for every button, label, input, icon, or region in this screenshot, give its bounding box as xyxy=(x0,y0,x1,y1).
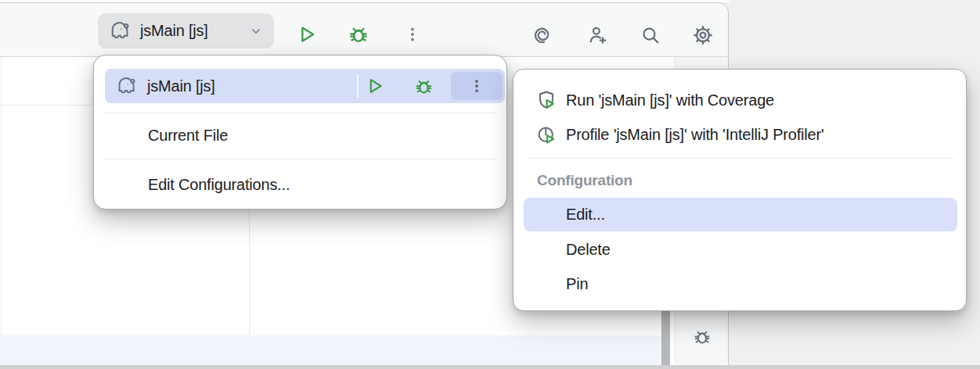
ai-assistant-button[interactable] xyxy=(530,23,555,48)
menu-item-run-with-coverage[interactable]: Run 'jsMain [js]' with Coverage xyxy=(513,83,966,117)
popup-separator xyxy=(105,159,497,159)
menu-item-edit[interactable]: Edit... xyxy=(524,198,957,231)
profiler-icon xyxy=(535,123,558,146)
debug-button[interactable] xyxy=(346,22,371,47)
table-grid-line-1 xyxy=(0,105,94,106)
kebab-menu-icon xyxy=(468,77,485,95)
settings-button[interactable] xyxy=(690,23,715,48)
menu-item-pin[interactable]: Pin xyxy=(566,268,588,299)
popup-selected-config-row[interactable]: jsMain [js] xyxy=(105,69,505,103)
row-divider xyxy=(357,74,358,98)
coverage-icon xyxy=(535,88,558,112)
menu-item-label: Edit... xyxy=(566,198,605,231)
code-with-me-button[interactable] xyxy=(585,23,611,48)
menu-item-profile[interactable]: Profile 'jsMain [js]' with 'IntelliJ Pro… xyxy=(513,117,966,152)
row-more-actions-button[interactable] xyxy=(451,72,503,100)
run-config-label: jsMain [js] xyxy=(140,22,208,40)
selected-config-label: jsMain [js] xyxy=(147,69,215,103)
vertical-scrollbar[interactable] xyxy=(661,310,670,365)
debug-toolwindow-button[interactable] xyxy=(691,326,713,348)
chevron-down-icon xyxy=(247,23,265,40)
row-debug-button[interactable] xyxy=(413,75,434,97)
debug-icon xyxy=(347,23,370,46)
run-config-selector[interactable]: jsMain [js] xyxy=(98,13,274,48)
menu-item-label: Run 'jsMain [js]' with Coverage xyxy=(566,83,774,117)
debug-bug-icon xyxy=(692,327,712,347)
search-everywhere-button[interactable] xyxy=(638,23,663,48)
run-button[interactable] xyxy=(294,22,319,47)
menu-item-label: Profile 'jsMain [js]' with 'IntelliJ Pro… xyxy=(566,117,824,152)
run-config-popup: jsMain [js] xyxy=(93,55,507,210)
section-header-configuration: Configuration xyxy=(537,167,632,195)
run-play-icon xyxy=(296,23,318,45)
submenu-separator xyxy=(527,158,954,159)
popup-separator xyxy=(105,113,497,113)
add-user-icon xyxy=(586,23,610,47)
row-run-button[interactable] xyxy=(364,75,386,97)
left-grid-line xyxy=(1,57,2,365)
kebab-menu-icon xyxy=(403,25,422,44)
search-icon xyxy=(639,23,662,47)
gradle-elephant-icon xyxy=(115,75,138,98)
run-context-menu: Run 'jsMain [js]' with Coverage Profile … xyxy=(513,69,967,311)
gear-icon xyxy=(691,23,715,47)
more-run-actions-button[interactable] xyxy=(402,22,423,47)
window-bottom-edge xyxy=(0,365,980,369)
menu-item-current-file[interactable]: Current File xyxy=(148,120,228,151)
menu-item-delete[interactable]: Delete xyxy=(566,234,611,265)
menu-item-edit-configurations[interactable]: Edit Configurations... xyxy=(148,169,290,200)
gradle-elephant-icon xyxy=(108,20,132,43)
ide-screen: jsMain [js] xyxy=(0,0,980,369)
ai-swirl-icon xyxy=(531,23,554,47)
selected-table-row[interactable] xyxy=(0,335,661,365)
